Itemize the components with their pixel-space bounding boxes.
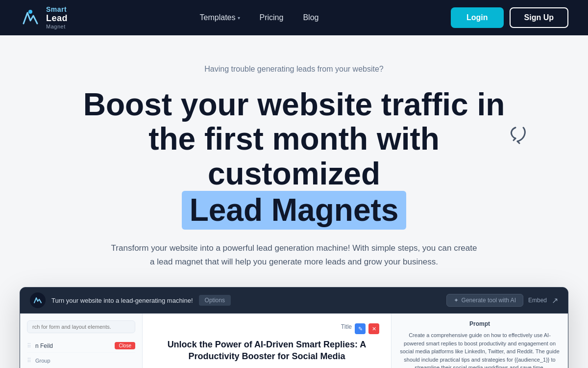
nav-link-pricing[interactable]: Pricing xyxy=(252,9,292,26)
video-preview: Turn your website into a lead-generating… xyxy=(20,287,568,368)
hero-headline-highlight: Lead Magnets xyxy=(182,191,407,229)
video-topbar-left: Turn your website into a lead-generating… xyxy=(30,292,231,308)
nav-buttons: Login Sign Up xyxy=(451,7,568,28)
chevron-down-icon: ▾ xyxy=(238,15,240,21)
video-options-button[interactable]: Options xyxy=(199,295,231,306)
prompt-text: Create a comprehensive guide on how to e… xyxy=(399,331,560,368)
prompt-label: Prompt xyxy=(399,320,560,327)
drag-handle-icon: ⠿ xyxy=(27,342,31,349)
nav-link-blog[interactable]: Blog xyxy=(295,9,326,26)
signup-button[interactable]: Sign Up xyxy=(510,7,568,28)
login-button[interactable]: Login xyxy=(451,7,504,28)
logo-smart-label: Smart xyxy=(46,6,68,13)
embed-button[interactable]: Embed xyxy=(528,297,547,304)
svg-point-1 xyxy=(28,10,32,14)
logo-magnet-label: Magnet xyxy=(46,24,68,29)
nav-link-templates[interactable]: Templates ▾ xyxy=(192,9,248,26)
elements-search-input[interactable] xyxy=(27,320,135,333)
video-body: ⠿ n Feild Close ⠿ Group quired Title ✎ ✕ xyxy=(20,314,568,368)
field-label: n Feild xyxy=(35,342,53,349)
panel-group-row: ⠿ Group xyxy=(27,353,135,368)
video-topbar-right: ✦ Generate tool with AI Embed ↗ xyxy=(446,294,558,307)
field-close-button[interactable]: Close xyxy=(115,342,135,349)
logo[interactable]: Smart Lead Magnet xyxy=(20,6,68,29)
hero-headline: Boost your website traffic in the first … xyxy=(74,87,514,230)
panel-field-row: ⠿ n Feild Close xyxy=(27,339,135,353)
nav-links: Templates ▾ Pricing Blog xyxy=(192,9,327,26)
video-right-panel: Prompt Create a comprehensive guide on h… xyxy=(392,314,568,368)
hero-section: Having trouble generating leads from you… xyxy=(0,35,588,368)
generate-ai-button[interactable]: ✦ Generate tool with AI xyxy=(446,294,523,307)
sparkle-icon: ✦ xyxy=(454,297,459,304)
hero-description: Transform your website into a powerful l… xyxy=(108,241,480,270)
logo-text: Smart Lead Magnet xyxy=(46,6,68,29)
logo-icon xyxy=(20,7,41,28)
delete-icon[interactable]: ✕ xyxy=(368,323,379,334)
share-icon[interactable]: ↗ xyxy=(552,296,558,305)
video-title: Turn your website into a lead-generating… xyxy=(51,297,193,304)
center-main-title: Unlock the Power of AI-Driven Smart Repl… xyxy=(154,339,379,362)
navbar: Smart Lead Magnet Templates ▾ Pricing Bl… xyxy=(0,0,588,35)
group-label: Group xyxy=(35,356,50,366)
center-edit-row: Title ✎ ✕ xyxy=(154,323,379,334)
video-topbar: Turn your website into a lead-generating… xyxy=(20,288,568,314)
edit-icon[interactable]: ✎ xyxy=(355,323,366,334)
magnet-decoration-icon xyxy=(506,124,529,152)
video-center-panel: Title ✎ ✕ Unlock the Power of AI-Driven … xyxy=(143,314,392,368)
hero-headline-part1: Boost your website traffic in the first … xyxy=(83,87,505,191)
title-label: Title xyxy=(341,323,352,330)
hero-subtitle: Having trouble generating leads from you… xyxy=(20,65,568,74)
drag-handle-icon-2: ⠿ xyxy=(27,357,31,364)
video-left-panel: ⠿ n Feild Close ⠿ Group quired xyxy=(20,314,143,368)
video-logo xyxy=(30,292,46,308)
logo-lead-label: Lead xyxy=(46,14,68,24)
